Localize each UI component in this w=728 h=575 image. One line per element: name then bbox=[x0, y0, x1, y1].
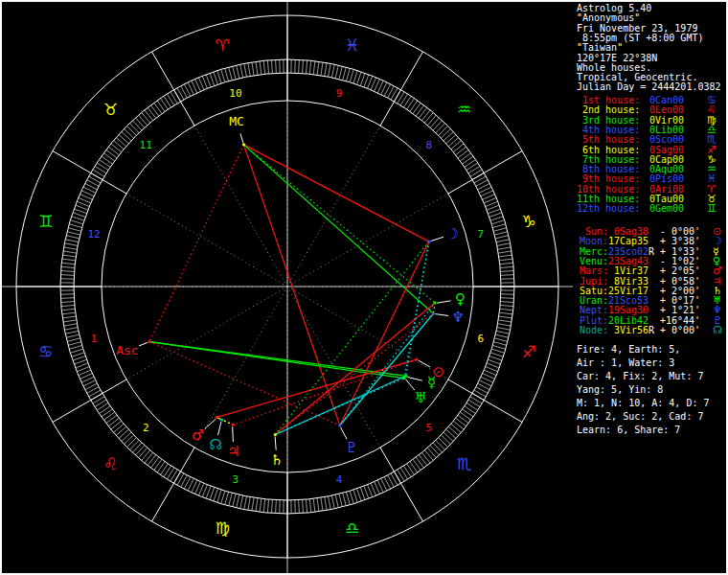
planet-velocity: + 2°05' bbox=[660, 266, 700, 276]
retrograde-flag: R bbox=[648, 326, 654, 335]
planet-position-value: 1Vir37 bbox=[608, 266, 648, 276]
tally-line: Car: 4, Fix: 2, Mut: 7 bbox=[577, 372, 703, 381]
chart-info-sidebar: Astrolog 5.40"Anonymous"Fri November 23,… bbox=[0, 0, 728, 575]
house-cusp-value: 0Sco00 bbox=[649, 135, 684, 145]
tally-line: Learn: 6, Share: 7 bbox=[577, 426, 680, 435]
planet-label: Nept: bbox=[580, 306, 608, 315]
header-line: 120°17E 22°38N bbox=[577, 54, 657, 63]
planet-label: Jupi: bbox=[580, 277, 608, 287]
tally-line: Fire: 4, Earth: 5, bbox=[577, 345, 680, 355]
tally-line: Air : 1, Water: 3 bbox=[577, 358, 674, 368]
header-line: "Taiwan" bbox=[577, 43, 623, 53]
planet-velocity: + 0°58' bbox=[660, 277, 700, 287]
house-cusp-value: 0Sag00 bbox=[649, 146, 684, 155]
planet-position-value: 3Vir56 bbox=[608, 326, 648, 335]
planet-velocity: + 3°38' bbox=[660, 237, 700, 246]
tally-line: Yang: 5, Yin: 8 bbox=[577, 385, 663, 395]
header-line: Julian Day = 2444201.0382 bbox=[577, 82, 721, 92]
house-cusp-value: 0Pis00 bbox=[649, 174, 684, 184]
header-line: "Anonymous" bbox=[577, 13, 640, 23]
planet-icon-node: ☊ bbox=[713, 325, 722, 335]
planet-position-value: 19Sag30 bbox=[608, 306, 648, 315]
house-label: 5th house: bbox=[577, 135, 640, 145]
planet-position-value: 8Vir33 bbox=[608, 277, 648, 287]
sign-icon-gemini: ♊ bbox=[707, 203, 717, 214]
planet-velocity: + 1°21' bbox=[660, 306, 700, 315]
house-label: 9th house: bbox=[577, 174, 640, 184]
house-label: 2nd house: bbox=[577, 105, 640, 115]
astrolog-screen: ♋♌♍♎♏♐♑♒♓♈♉♊123456789101112⊙☽☿♀♂♃♄♅♆♇☊As… bbox=[0, 0, 728, 575]
planet-label: Moon: bbox=[580, 237, 608, 246]
house-cusp-value: 0Gem00 bbox=[649, 204, 684, 214]
retrograde-flag: R bbox=[648, 247, 654, 257]
tally-line: M: 1, N: 10, A: 4, D: 7 bbox=[577, 399, 709, 408]
planet-label: Node: bbox=[580, 326, 608, 335]
house-label: 12th house: bbox=[577, 204, 640, 214]
house-cusp-value: 0Leo00 bbox=[649, 105, 684, 115]
planet-label: Mars: bbox=[580, 266, 608, 276]
planet-position-value: 17Cap35 bbox=[608, 237, 648, 246]
house-label: 6th house: bbox=[577, 146, 640, 155]
tally-line: Ang: 2, Suc: 2, Cad: 7 bbox=[577, 412, 703, 422]
planet-velocity: + 0°00' bbox=[660, 326, 700, 335]
